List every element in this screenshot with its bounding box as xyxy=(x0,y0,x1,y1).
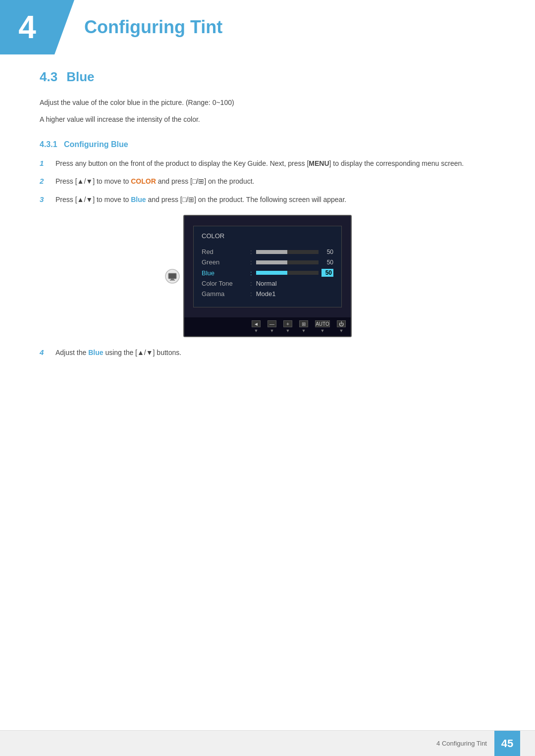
menu-row-colortone: Color Tone : Normal xyxy=(202,278,333,289)
section-number: 4.3 xyxy=(40,69,57,85)
menu-bar-red: 50 xyxy=(256,249,333,255)
footer-page-number: 45 xyxy=(494,731,520,756)
svg-rect-3 xyxy=(171,279,174,280)
header-diagonal xyxy=(54,0,74,54)
menu-value-colortone: Normal xyxy=(256,280,277,287)
color-word: COLOR xyxy=(131,177,156,185)
step-2-number: 2 xyxy=(40,176,51,187)
blue-word-step4: Blue xyxy=(88,349,103,356)
step-3: 3 Press [▲/▼] to move to Blue and press … xyxy=(40,194,495,205)
menu-row-green: Green : 50 xyxy=(202,257,333,267)
step-4-number: 4 xyxy=(40,347,51,358)
step-3-text: Press [▲/▼] to move to Blue and press [□… xyxy=(55,194,495,205)
menu-label-colortone: Color Tone xyxy=(202,280,246,287)
menu-label-green: Green xyxy=(202,258,246,266)
menu-value-gamma: Mode1 xyxy=(256,290,276,298)
svg-rect-1 xyxy=(168,273,176,279)
step-2: 2 Press [▲/▼] to move to COLOR and press… xyxy=(40,176,495,187)
subsection-label: Configuring Blue xyxy=(64,140,128,149)
nav-btn-power: ⏻ ▼ xyxy=(337,320,346,333)
blue-word-step3: Blue xyxy=(131,196,146,203)
menu-label-red: Red xyxy=(202,248,246,255)
step-1-text: Press any button on the front of the pro… xyxy=(55,158,495,169)
nav-btn-plus: + ▼ xyxy=(283,320,292,333)
menu-row-blue: Blue : 50 xyxy=(202,267,333,278)
subsection-number: 4.3.1 xyxy=(40,140,57,149)
step-1: 1 Press any button on the front of the p… xyxy=(40,158,495,169)
main-content: 4.3 Blue Adjust the value of the color b… xyxy=(0,54,535,405)
description-line-1: Adjust the value of the color blue in th… xyxy=(40,97,495,108)
step-1-bold: MENU xyxy=(309,159,329,167)
chapter-number: 4 xyxy=(18,9,36,46)
chapter-title: Configuring Tint xyxy=(84,17,222,37)
nav-btn-left: ◄ ▼ xyxy=(252,320,261,333)
monitor-screen: COLOR Red : 50 Green xyxy=(183,215,352,337)
menu-row-red: Red : 50 xyxy=(202,247,333,257)
menu-bar-green: 50 xyxy=(256,259,333,266)
nav-btn-minus: — ▼ xyxy=(268,320,276,333)
menu-screen-title: COLOR xyxy=(202,232,333,242)
step-1-number: 1 xyxy=(40,158,51,169)
chapter-number-block: 4 xyxy=(0,0,54,54)
page-header: 4 Configuring Tint xyxy=(0,0,535,54)
description-line-2: A higher value will increase the intensi… xyxy=(40,114,495,125)
step-4: 4 Adjust the Blue using the [▲/▼] button… xyxy=(40,347,495,358)
header-title-area: Configuring Tint xyxy=(74,17,535,38)
monitor-container: COLOR Red : 50 Green xyxy=(40,215,495,337)
menu-label-blue: Blue xyxy=(202,269,246,277)
monitor-wrapper: COLOR Red : 50 Green xyxy=(183,215,352,337)
step-2-text: Press [▲/▼] to move to COLOR and press [… xyxy=(55,176,495,187)
nav-btn-enter: ⊞ ▼ xyxy=(299,320,308,333)
steps-list: 1 Press any button on the front of the p… xyxy=(40,158,495,205)
monitor-icon xyxy=(164,268,180,284)
step-4-text: Adjust the Blue using the [▲/▼] buttons. xyxy=(55,347,495,358)
steps-list-2: 4 Adjust the Blue using the [▲/▼] button… xyxy=(40,347,495,358)
menu-overlay: COLOR Red : 50 Green xyxy=(193,226,342,307)
menu-label-gamma: Gamma xyxy=(202,290,246,298)
subsection-title: 4.3.1 Configuring Blue xyxy=(40,140,495,149)
monitor-nav-bar: ◄ ▼ — ▼ + ▼ ⊞ ▼ xyxy=(184,317,351,336)
step-3-number: 3 xyxy=(40,194,51,205)
page-footer: 4 Configuring Tint 45 xyxy=(0,730,535,756)
section-header: 4.3 Blue xyxy=(40,69,495,85)
menu-bar-blue: 50 xyxy=(256,269,333,277)
nav-btn-auto: AUTO ▼ xyxy=(315,320,330,333)
svg-rect-4 xyxy=(170,280,175,281)
footer-label: 4 Configuring Tint xyxy=(436,740,487,747)
menu-row-gamma: Gamma : Mode1 xyxy=(202,289,333,299)
section-title: Blue xyxy=(66,69,94,85)
